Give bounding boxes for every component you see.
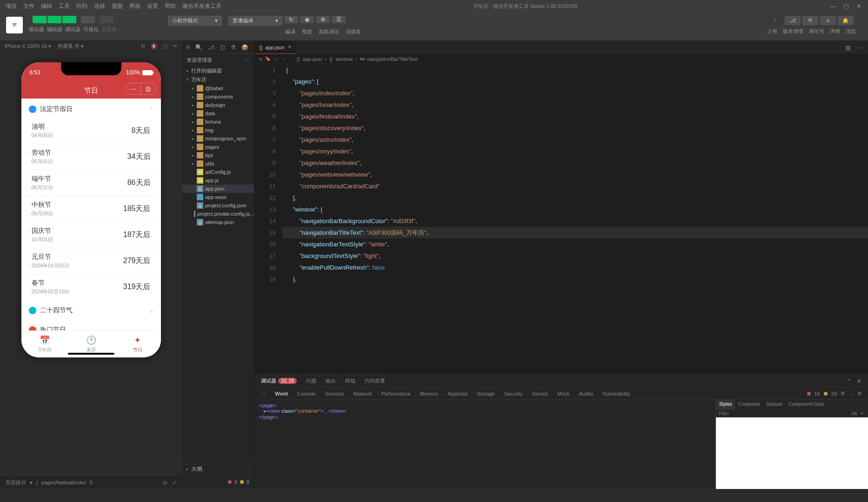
more-actions-icon[interactable]: ⋯ bbox=[856, 44, 862, 51]
festival-item[interactable]: 端午节06月22日86天后 bbox=[21, 170, 161, 196]
cloud-dev-toggle[interactable] bbox=[100, 16, 114, 23]
code-area[interactable]: { "pages": [ "pages/index/index", "pages… bbox=[282, 64, 868, 374]
split-icon[interactable]: ▥ bbox=[845, 44, 851, 51]
tab-close-icon[interactable]: ✕ bbox=[287, 44, 292, 50]
cube-icon[interactable]: ◫ bbox=[220, 44, 225, 51]
folder-item[interactable]: ▸tips bbox=[182, 151, 254, 159]
bc-back-icon[interactable]: ← bbox=[274, 56, 279, 62]
capsule-menu-icon[interactable]: ⋯ bbox=[126, 83, 141, 94]
menu-goto[interactable]: 转到 bbox=[76, 2, 87, 10]
kebab-icon[interactable]: ⋮ bbox=[849, 390, 854, 396]
folder-item[interactable]: ▸components bbox=[182, 92, 254, 101]
menu-project[interactable]: 项目 bbox=[6, 2, 17, 10]
dt-vulnerability[interactable]: Vulnerability bbox=[602, 391, 630, 396]
tab-terminal[interactable]: 终端 bbox=[345, 377, 355, 384]
outline-section[interactable]: ▸大纲 bbox=[182, 464, 254, 474]
branch-icon[interactable]: ⎇ bbox=[208, 44, 214, 51]
bc-fwd-icon[interactable]: → bbox=[282, 56, 287, 62]
festival-item[interactable]: 元旦节2024年01月01日279天后 bbox=[21, 248, 161, 274]
add-style-icon[interactable]: + bbox=[859, 411, 865, 416]
dt-mock[interactable]: Mock bbox=[557, 391, 569, 396]
st-dataset[interactable]: Dataset bbox=[763, 400, 785, 410]
mode-dropdown[interactable]: 小程序模式▾ bbox=[168, 16, 222, 26]
festival-item[interactable]: 劳动节05月01日34天后 bbox=[21, 144, 161, 170]
editor-body[interactable]: 12345678910111213141516171819 { "pages":… bbox=[254, 64, 868, 374]
folder-item[interactable]: ▸utils bbox=[182, 159, 254, 168]
folder-item[interactable]: ▸miniprogram_npm bbox=[182, 134, 254, 143]
rotate-icon[interactable]: ▢ bbox=[163, 43, 167, 49]
popout-icon[interactable]: ⧉ bbox=[858, 390, 861, 396]
folder-item[interactable]: ▸fortune bbox=[182, 118, 254, 126]
menu-file[interactable]: 文件 bbox=[23, 2, 34, 10]
search-icon[interactable]: 🔍 bbox=[195, 44, 202, 51]
cut-icon[interactable]: ✂ bbox=[173, 43, 177, 49]
preview-button[interactable]: ◉ bbox=[300, 16, 314, 23]
simulator-toggle[interactable] bbox=[33, 16, 47, 23]
capsule-menu[interactable]: ⋯ ◎ bbox=[126, 83, 156, 95]
file-item[interactable]: {}sitemap.json bbox=[182, 218, 254, 226]
tab-debugger[interactable]: 调试器10, 29 bbox=[261, 377, 297, 384]
clear-cache-button[interactable]: ☰ bbox=[332, 16, 346, 23]
bc-nav-icon[interactable]: ≡ bbox=[259, 56, 262, 62]
dt-network[interactable]: Network bbox=[353, 391, 372, 396]
page-path[interactable]: pages/festival/index bbox=[41, 480, 87, 485]
st-computed[interactable]: Computed bbox=[735, 400, 763, 410]
tab-output[interactable]: 输出 bbox=[326, 377, 336, 384]
menu-select[interactable]: 选择 bbox=[94, 2, 105, 10]
minimize-icon[interactable]: — bbox=[830, 3, 836, 10]
refresh-icon[interactable]: ↻ bbox=[141, 43, 145, 49]
compile-button[interactable]: ↻ bbox=[284, 16, 298, 23]
folder-item[interactable]: ▸@babel bbox=[182, 84, 254, 92]
menu-settings[interactable]: 设置 bbox=[147, 2, 158, 10]
visualize-toggle[interactable] bbox=[81, 16, 95, 23]
dt-security[interactable]: Security bbox=[504, 391, 523, 396]
file-item[interactable]: {}app.json bbox=[182, 185, 254, 193]
folder-item[interactable]: ▸dailysign bbox=[182, 101, 254, 109]
festival-item[interactable]: 中秋节09月29日185天后 bbox=[21, 196, 161, 222]
folder-item[interactable]: ▸img bbox=[182, 126, 254, 134]
close-icon[interactable]: ✕ bbox=[856, 3, 861, 10]
menu-tool[interactable]: 工具 bbox=[59, 2, 70, 10]
phone-content[interactable]: 法定节假日 ⌃ 清明04月05日8天后劳动节05月01日34天后端午节06月22… bbox=[21, 99, 161, 330]
expand-icon[interactable]: ⤢ bbox=[172, 480, 176, 486]
bc-bookmark-icon[interactable]: 🔖 bbox=[265, 56, 271, 62]
tab-appjson[interactable]: {} app.json ✕ bbox=[254, 41, 296, 54]
upload-button[interactable]: ⤒ bbox=[767, 16, 783, 25]
st-compdata[interactable]: Component Data bbox=[786, 400, 828, 410]
folder-item[interactable]: ▸pages bbox=[182, 143, 254, 151]
section-hot[interactable]: 热门节日 ⌄ bbox=[21, 319, 161, 330]
dt-audits[interactable]: Audits bbox=[579, 391, 594, 396]
dt-performance[interactable]: Performance bbox=[381, 391, 411, 396]
dt-wxml[interactable]: Wxml bbox=[275, 391, 288, 396]
tab-calendar[interactable]: 📅万年历 bbox=[21, 331, 68, 357]
hotreload-selector[interactable]: 热重载 开 ▾ bbox=[58, 43, 84, 50]
tab-festival[interactable]: ✦节日 bbox=[114, 331, 161, 357]
tab-codequality[interactable]: 代码质量 bbox=[365, 377, 385, 384]
folder-item[interactable]: ▸data bbox=[182, 109, 254, 118]
file-item[interactable]: app.wxss bbox=[182, 193, 254, 201]
menu-edit[interactable]: 编辑 bbox=[41, 2, 52, 10]
dt-memory[interactable]: Memory bbox=[420, 391, 439, 396]
section-solar[interactable]: 二十四节气 ⌄ bbox=[21, 300, 161, 319]
npm-icon[interactable]: 📦 bbox=[241, 44, 248, 51]
dt-console[interactable]: Console bbox=[297, 391, 316, 396]
gear-icon[interactable]: ⚙ bbox=[841, 390, 845, 396]
capsule-close-icon[interactable]: ◎ bbox=[141, 83, 156, 94]
copy-files-icon[interactable]: ⎘ bbox=[187, 44, 190, 51]
debugger-toggle[interactable] bbox=[62, 16, 76, 23]
styles-filter-input[interactable] bbox=[719, 411, 848, 416]
dt-appdata[interactable]: AppData bbox=[447, 391, 467, 396]
copy-icon[interactable]: ⎘ bbox=[90, 480, 93, 485]
menu-help[interactable]: 帮助 bbox=[165, 2, 176, 10]
dt-sources[interactable]: Sources bbox=[325, 391, 344, 396]
file-item[interactable]: JSadConfig.js bbox=[182, 168, 254, 176]
open-editors[interactable]: ▸打开的编辑器 bbox=[182, 66, 254, 75]
close-panel-icon[interactable]: ✕ bbox=[857, 378, 861, 384]
test-button[interactable]: ⇱ bbox=[802, 16, 818, 25]
cls-toggle[interactable]: .cls bbox=[848, 411, 859, 416]
st-styles[interactable]: Styles bbox=[716, 400, 735, 410]
file-item[interactable]: JSapp.js bbox=[182, 176, 254, 185]
section-legal[interactable]: 法定节假日 ⌃ bbox=[21, 99, 161, 118]
device-selector[interactable]: iPhone X 100% 16 ▾ bbox=[5, 43, 51, 49]
scene-icon[interactable]: ◎ bbox=[163, 480, 167, 486]
